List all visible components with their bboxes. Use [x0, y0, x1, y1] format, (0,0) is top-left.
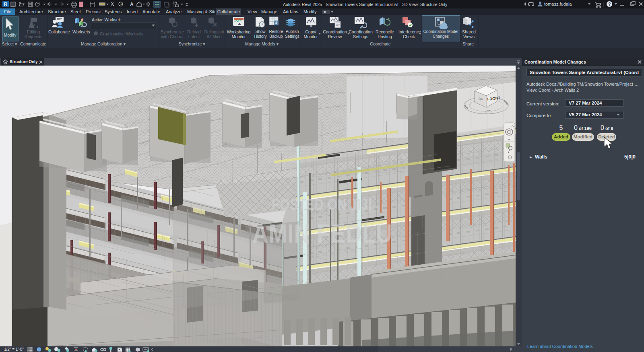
svg-text:o: o: [120, 2, 122, 6]
svg-text:R: R: [4, 2, 8, 7]
svg-text:?: ?: [608, 2, 611, 6]
svg-text:A: A: [130, 2, 134, 7]
svg-text:1/2" = 1'-0": 1/2" = 1'-0": [4, 347, 24, 352]
svg-text:tomasz.fudala: tomasz.fudala: [544, 2, 572, 6]
